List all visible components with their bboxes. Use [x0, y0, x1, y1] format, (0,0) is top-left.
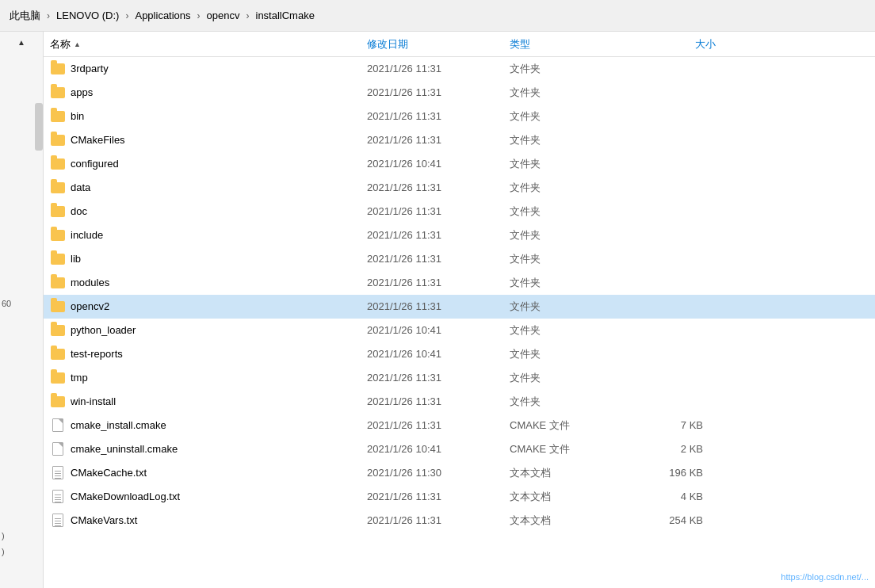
scroll-up-btn[interactable]: ▲ [17, 38, 25, 47]
file-name: cmake_uninstall.cmake [71, 443, 367, 455]
table-row[interactable]: tmp 2021/1/26 11:31 文件夹 [44, 366, 875, 390]
file-date: 2021/1/26 10:41 [367, 158, 510, 170]
file-type: 文件夹 [510, 371, 636, 385]
col-header-size[interactable]: 大小 [636, 37, 716, 52]
sidebar-number: 60 [2, 299, 11, 308]
file-date: 2021/1/26 11:31 [367, 395, 510, 407]
file-date: 2021/1/26 11:31 [367, 277, 510, 288]
file-type: 文件夹 [510, 300, 636, 314]
folder-icon [50, 227, 66, 243]
file-name: cmake_install.cmake [71, 419, 367, 431]
file-size: 254 KB [636, 514, 716, 526]
file-name: opencv2 [71, 300, 367, 312]
table-row[interactable]: CMakeDownloadLog.txt 2021/1/26 11:31 文本文… [44, 485, 875, 509]
file-type: 文件夹 [510, 347, 636, 361]
folder-icon [50, 204, 66, 220]
folder-icon [50, 370, 66, 386]
breadcrumb-installcmake[interactable]: installCmake [253, 8, 318, 23]
file-date: 2021/1/26 11:31 [367, 63, 510, 74]
scrollbar-track [35, 55, 43, 588]
folder-icon [50, 251, 66, 267]
file-name: include [71, 229, 367, 241]
watermark: https://blog.csdn.net/... [781, 572, 869, 582]
table-row[interactable]: doc 2021/1/26 11:31 文件夹 [44, 200, 875, 223]
file-area[interactable]: 名称 ▲ 修改日期 类型 大小 3rdparty 2021/1/26 11:31… [44, 32, 875, 588]
file-date: 2021/1/26 11:31 [367, 181, 510, 193]
col-header-type[interactable]: 类型 [510, 37, 636, 52]
folder-icon [50, 346, 66, 362]
table-row[interactable]: configured 2021/1/26 10:41 文件夹 [44, 152, 875, 176]
table-row[interactable]: apps 2021/1/26 11:31 文件夹 [44, 81, 875, 105]
table-row[interactable]: cmake_uninstall.cmake 2021/1/26 10:41 CM… [44, 437, 875, 461]
file-type: 文本文档 [510, 514, 636, 528]
table-row[interactable]: opencv2 2021/1/26 11:31 文件夹 [44, 295, 875, 319]
scrollbar-thumb[interactable] [35, 103, 43, 151]
file-date: 2021/1/26 11:31 [367, 110, 510, 122]
table-row[interactable]: data 2021/1/26 11:31 文件夹 [44, 176, 875, 200]
sidebar-label-c: ) [2, 531, 5, 540]
file-date: 2021/1/26 11:30 [367, 467, 510, 479]
breadcrumb-opencv[interactable]: opencv [204, 8, 243, 23]
table-row[interactable]: cmake_install.cmake 2021/1/26 11:31 CMAK… [44, 414, 875, 437]
file-name: modules [71, 277, 367, 288]
folder-icon [50, 85, 66, 101]
table-row[interactable]: win-install 2021/1/26 11:31 文件夹 [44, 390, 875, 414]
file-type: 文本文档 [510, 490, 636, 504]
breadcrumb-sep-2: › [125, 10, 128, 21]
file-name: test-reports [71, 348, 367, 360]
breadcrumb-drive[interactable]: LENOVO (D:) [53, 8, 122, 23]
file-size: 4 KB [636, 491, 716, 502]
breadcrumb-sep-1: › [47, 10, 50, 21]
file-name: data [71, 181, 367, 193]
table-row[interactable]: lib 2021/1/26 11:31 文件夹 [44, 247, 875, 271]
file-type: 文件夹 [510, 204, 636, 219]
file-icon [50, 465, 66, 481]
breadcrumb-this-pc[interactable]: 此电脑 [6, 7, 44, 25]
file-date: 2021/1/26 11:31 [367, 205, 510, 217]
file-date: 2021/1/26 10:41 [367, 348, 510, 360]
folder-icon [50, 156, 66, 172]
table-row[interactable]: test-reports 2021/1/26 10:41 文件夹 [44, 342, 875, 366]
folder-icon [50, 180, 66, 196]
folder-icon [50, 394, 66, 410]
table-row[interactable]: modules 2021/1/26 11:31 文件夹 [44, 271, 875, 295]
table-row[interactable]: CMakeCache.txt 2021/1/26 11:30 文本文档 196 … [44, 461, 875, 485]
file-date: 2021/1/26 10:41 [367, 324, 510, 336]
file-date: 2021/1/26 11:31 [367, 86, 510, 98]
file-type: CMAKE 文件 [510, 418, 636, 433]
table-row[interactable]: 3rdparty 2021/1/26 11:31 文件夹 [44, 57, 875, 81]
file-type: 文件夹 [510, 181, 636, 195]
file-icon [50, 489, 66, 505]
file-size: 7 KB [636, 419, 716, 431]
table-row[interactable]: CMakeVars.txt 2021/1/26 11:31 文本文档 254 K… [44, 509, 875, 533]
file-size: 196 KB [636, 467, 716, 479]
folder-icon [50, 132, 66, 148]
table-row[interactable]: bin 2021/1/26 11:31 文件夹 [44, 105, 875, 128]
file-name: python_loader [71, 324, 367, 336]
table-row[interactable]: python_loader 2021/1/26 10:41 文件夹 [44, 319, 875, 342]
col-header-date[interactable]: 修改日期 [367, 37, 510, 52]
table-row[interactable]: include 2021/1/26 11:31 文件夹 [44, 223, 875, 247]
file-type: 文本文档 [510, 466, 636, 480]
file-type: 文件夹 [510, 323, 636, 338]
file-name: configured [71, 158, 367, 170]
file-type: 文件夹 [510, 228, 636, 242]
file-type: 文件夹 [510, 86, 636, 100]
file-size: 2 KB [636, 443, 716, 455]
file-type: CMAKE 文件 [510, 442, 636, 456]
file-type: 文件夹 [510, 62, 636, 76]
folder-icon [50, 275, 66, 291]
folder-icon [50, 299, 66, 315]
breadcrumb-applications[interactable]: Applications [132, 8, 193, 23]
file-name: CMakeVars.txt [71, 514, 367, 526]
file-icon [50, 418, 66, 433]
sort-arrow-icon: ▲ [74, 40, 81, 48]
file-date: 2021/1/26 11:31 [367, 372, 510, 384]
file-name: CMakeCache.txt [71, 467, 367, 479]
col-header-name[interactable]: 名称 ▲ [50, 37, 367, 52]
file-name: CMakeDownloadLog.txt [71, 491, 367, 502]
file-name: CMakeFiles [71, 134, 367, 146]
table-row[interactable]: CMakeFiles 2021/1/26 11:31 文件夹 [44, 128, 875, 152]
file-type: 文件夹 [510, 133, 636, 147]
file-name: doc [71, 205, 367, 217]
